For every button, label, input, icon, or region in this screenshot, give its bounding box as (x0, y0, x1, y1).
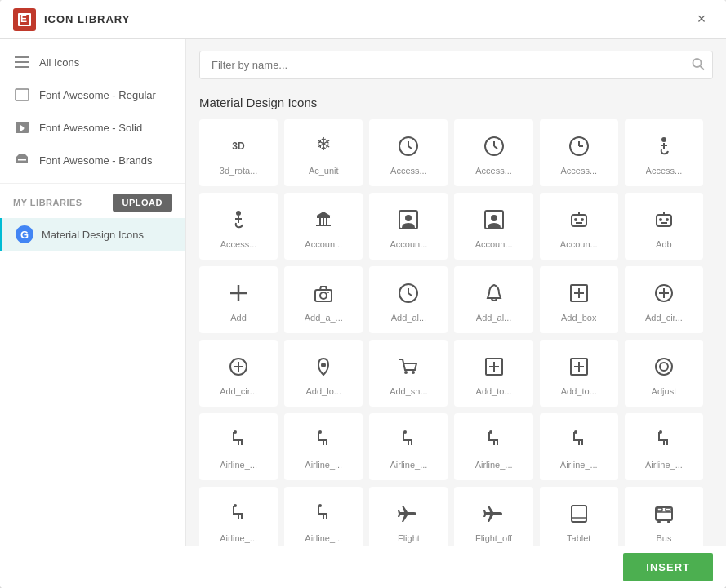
icon-label: Airline_... (220, 533, 257, 543)
icon-card[interactable]: Tablet (540, 487, 618, 546)
icon-label: Access... (560, 166, 597, 176)
icon-symbol (397, 429, 420, 455)
sidebar-item-fa-brands[interactable]: Font Awesome - Brands (0, 144, 185, 176)
icon-card[interactable]: Airline_... (540, 413, 618, 480)
icon-symbol (653, 282, 675, 308)
icon-card[interactable]: ❄ Ac_unit (284, 119, 363, 186)
icon-card[interactable]: Add_box (540, 266, 618, 333)
icon-card[interactable]: Accoun... (369, 193, 448, 260)
icon-symbol (397, 282, 420, 308)
icon-card[interactable]: Add (199, 266, 278, 333)
icon-card[interactable]: Add_al... (369, 266, 448, 333)
icon-card[interactable]: Airline_... (369, 413, 448, 480)
modal-header: ICON LIBRARY × (0, 0, 726, 39)
icon-card[interactable]: Add_to... (540, 340, 618, 407)
icon-label: Airline_... (220, 460, 257, 470)
icon-symbol (227, 429, 250, 455)
icon-symbol (227, 502, 250, 528)
icon-label: 3d_rota... (220, 166, 257, 176)
icon-label: Add_a_... (305, 313, 343, 323)
icon-card[interactable]: Add_cir... (625, 266, 703, 333)
modal-body: All Icons Font Awesome - Regular (0, 39, 726, 546)
search-input[interactable] (199, 51, 713, 79)
icon-card[interactable]: Accoun... (540, 193, 618, 260)
svg-rect-0 (15, 56, 29, 58)
svg-point-38 (659, 218, 662, 221)
icon-symbol (312, 282, 335, 308)
sidebar: All Icons Font Awesome - Regular (0, 39, 186, 546)
icon-card[interactable]: Access... (540, 119, 618, 186)
svg-point-45 (320, 292, 327, 299)
svg-point-34 (581, 218, 584, 221)
icon-card[interactable]: Add_cir... (199, 340, 278, 407)
svg-text:❄: ❄ (316, 135, 331, 154)
icon-symbol (312, 429, 335, 455)
svg-rect-1 (15, 61, 29, 63)
search-input-wrap (199, 51, 713, 79)
icon-card[interactable]: Airline_... (625, 413, 703, 480)
icon-card[interactable]: Airline_... (454, 413, 532, 480)
icon-card[interactable]: Flight (369, 487, 448, 546)
fa-brands-label: Font Awesome - Brands (39, 154, 153, 167)
icon-card[interactable]: Add_lo... (284, 340, 363, 407)
icon-card[interactable]: Access... (369, 119, 448, 186)
icon-card[interactable]: Access... (454, 119, 532, 186)
icon-card[interactable]: Airline_... (199, 487, 278, 546)
icon-card[interactable]: Access... (199, 193, 278, 260)
svg-text:3D: 3D (232, 140, 245, 152)
icon-label: Flight (398, 533, 420, 543)
icon-card[interactable]: Bus (625, 487, 703, 546)
fa-regular-icon (13, 86, 31, 104)
icon-card[interactable]: Add_a_... (284, 266, 363, 333)
svg-point-73 (489, 430, 492, 434)
icon-card[interactable]: Add_al... (454, 266, 532, 333)
icon-card[interactable]: 3D 3d_rota... (199, 119, 278, 186)
svg-point-71 (318, 430, 322, 434)
sidebar-item-fa-regular[interactable]: Font Awesome - Regular (0, 78, 185, 111)
close-button[interactable]: × (690, 8, 713, 31)
sidebar-item-all-icons[interactable]: All Icons (0, 46, 185, 78)
icon-symbol (653, 502, 675, 528)
icon-card[interactable]: Flight_off (454, 487, 532, 546)
icon-symbol (397, 502, 420, 528)
icon-symbol (397, 355, 420, 381)
icon-label: Add (230, 313, 247, 323)
icon-card[interactable]: Adjust (625, 340, 703, 407)
icon-label: Airline_... (645, 460, 683, 470)
sidebar-item-material-design[interactable]: G Material Design Icons (0, 218, 185, 251)
icon-card[interactable]: Add_to... (454, 340, 532, 407)
upload-button[interactable]: UPLOAD (113, 194, 172, 212)
icon-card[interactable]: Airline_... (284, 487, 363, 546)
svg-point-20 (661, 137, 666, 142)
svg-rect-2 (15, 66, 29, 68)
icon-card[interactable]: Accoun... (284, 193, 363, 260)
svg-point-59 (321, 363, 326, 368)
icon-symbol: ❄ (312, 135, 335, 161)
fa-brands-icon (13, 151, 31, 169)
svg-point-61 (412, 371, 415, 374)
sidebar-item-fa-solid[interactable]: Font Awesome - Solid (0, 111, 185, 144)
icon-card[interactable]: Access... (625, 119, 703, 186)
icon-symbol (568, 282, 590, 308)
icon-label: Add_sh... (390, 386, 427, 396)
svg-rect-32 (572, 215, 586, 226)
icon-card[interactable]: Airline_... (284, 413, 363, 480)
svg-point-77 (318, 504, 322, 507)
fa-regular-label: Font Awesome - Regular (39, 89, 156, 101)
svg-point-31 (491, 215, 497, 221)
icon-symbol (227, 355, 250, 381)
icon-symbol (568, 355, 590, 381)
content-area: Material Design Icons 3D 3d_rota... ❄ Ac… (186, 39, 726, 546)
icon-card[interactable]: Add_sh... (369, 340, 448, 407)
icon-label: Accoun... (390, 239, 427, 249)
svg-rect-80 (656, 507, 672, 520)
svg-line-8 (701, 66, 705, 70)
icon-card[interactable]: Accoun... (454, 193, 532, 260)
icon-symbol: 3D (227, 135, 250, 161)
icon-symbol (653, 355, 675, 381)
insert-button[interactable]: INSERT (623, 553, 713, 581)
icon-card[interactable]: Adb (625, 193, 703, 260)
icons-area[interactable]: Material Design Icons 3D 3d_rota... ❄ Ac… (186, 87, 726, 546)
svg-point-33 (574, 218, 577, 221)
icon-card[interactable]: Airline_... (199, 413, 278, 480)
